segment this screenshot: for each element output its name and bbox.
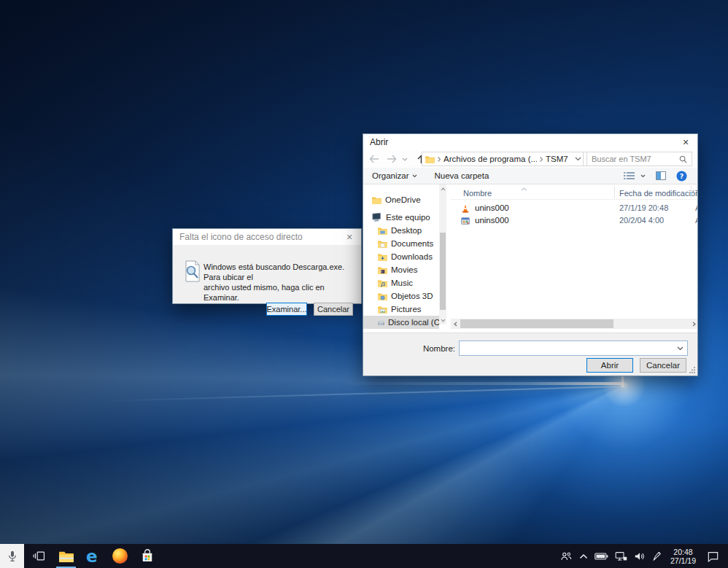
folder-icon bbox=[378, 279, 387, 287]
search-input[interactable] bbox=[587, 155, 675, 163]
dialog-content: OneDrive Este equipo Desktop Documents D… bbox=[363, 184, 697, 332]
file-row[interactable]: unins000 20/2/04 4:00 A bbox=[451, 215, 698, 227]
light-beam bbox=[44, 386, 627, 403]
file-name-input[interactable] bbox=[460, 344, 673, 353]
store-button[interactable] bbox=[133, 544, 160, 568]
scroll-up-icon[interactable] bbox=[439, 184, 446, 193]
views-icon[interactable] bbox=[624, 171, 635, 180]
file-name-label: Nombre: bbox=[407, 344, 455, 353]
sidebar-scrollbar[interactable] bbox=[439, 184, 446, 324]
scrollbar-thumb[interactable] bbox=[440, 233, 446, 310]
dialog-footer: Nombre: Abrir Cancelar bbox=[363, 332, 697, 376]
sidebar-item-onedrive[interactable]: OneDrive bbox=[372, 193, 421, 206]
scroll-right-icon[interactable] bbox=[689, 319, 698, 329]
people-icon[interactable] bbox=[559, 551, 573, 562]
vlc-cone-icon bbox=[461, 204, 470, 214]
command-toolbar: Organizar Nueva carpeta ? bbox=[363, 168, 697, 184]
sidebar-item-music[interactable]: Music bbox=[378, 276, 413, 289]
store-icon bbox=[140, 548, 155, 564]
battery-icon[interactable] bbox=[595, 552, 608, 561]
combobox-chevron-icon[interactable] bbox=[673, 346, 687, 351]
cancel-button[interactable]: Cancelar bbox=[314, 303, 353, 316]
action-center-icon[interactable] bbox=[707, 551, 719, 562]
sidebar-item-pictures[interactable]: Pictures bbox=[378, 303, 422, 316]
hidden-icons-chevron-icon[interactable] bbox=[579, 553, 588, 559]
sidebar-item-local-disk-c[interactable]: Disco local (C:) bbox=[363, 316, 439, 329]
address-dropdown-chevron-icon[interactable] bbox=[575, 157, 581, 161]
file-row[interactable]: unins000 27/1/19 20:48 A bbox=[451, 203, 698, 215]
windows-ink-pen-icon[interactable] bbox=[652, 551, 662, 561]
preview-pane-icon[interactable] bbox=[656, 171, 666, 180]
svg-text:?: ? bbox=[680, 171, 684, 179]
sidebar-item-this-pc[interactable]: Este equipo bbox=[372, 211, 430, 224]
dialog-titlebar[interactable]: Falta el icono de acceso directo ✕ bbox=[173, 229, 361, 245]
close-icon[interactable]: ✕ bbox=[674, 134, 697, 150]
file-name-combobox[interactable] bbox=[459, 341, 688, 356]
taskbar: e bbox=[0, 544, 728, 568]
svg-text:e: e bbox=[86, 548, 98, 565]
file-explorer-icon bbox=[58, 550, 74, 563]
file-explorer-button[interactable] bbox=[53, 544, 80, 568]
scrollbar-thumb[interactable] bbox=[460, 319, 613, 328]
recent-locations-chevron-icon[interactable] bbox=[398, 152, 411, 166]
breadcrumb-separator-icon bbox=[539, 157, 543, 162]
column-header-type[interactable]: T bbox=[695, 189, 698, 198]
cancel-button[interactable]: Cancelar bbox=[640, 358, 686, 373]
sidebar-item-movies[interactable]: Movies bbox=[378, 263, 417, 276]
address-bar[interactable]: Archivos de programa (... TSM7 bbox=[422, 152, 584, 166]
shortcut-missing-dialog: Falta el icono de acceso directo ✕ Windo… bbox=[172, 228, 362, 304]
dialog-titlebar[interactable]: Abrir ✕ bbox=[363, 134, 697, 150]
scroll-down-icon[interactable] bbox=[439, 316, 446, 324]
sort-ascending-icon bbox=[521, 184, 527, 192]
close-icon[interactable]: ✕ bbox=[338, 229, 361, 245]
column-header-name[interactable]: Nombre bbox=[463, 189, 492, 198]
browse-button[interactable]: Examinar... bbox=[266, 303, 307, 316]
taskbar-clock[interactable]: 20:48 27/1/19 bbox=[669, 548, 697, 565]
task-view-button[interactable] bbox=[26, 544, 53, 568]
forward-icon[interactable] bbox=[385, 152, 398, 166]
breadcrumb-segment[interactable]: TSM7 bbox=[546, 155, 568, 163]
folder-icon bbox=[372, 196, 382, 204]
resize-grip[interactable] bbox=[689, 365, 696, 376]
column-header-date[interactable]: Fecha de modificación bbox=[619, 189, 698, 198]
cortana-mic-button[interactable] bbox=[0, 544, 24, 568]
folder-icon bbox=[378, 253, 387, 261]
clock-date: 27/1/19 bbox=[670, 556, 696, 565]
organize-menu[interactable]: Organizar bbox=[368, 168, 422, 184]
sidebar-item-downloads[interactable]: Downloads bbox=[378, 250, 433, 263]
volume-icon[interactable] bbox=[634, 551, 646, 561]
list-header: Nombre Fecha de modificación T bbox=[451, 184, 698, 200]
search-box[interactable] bbox=[586, 152, 692, 166]
search-file-icon bbox=[184, 260, 201, 284]
disk-drive-icon bbox=[378, 319, 384, 327]
horizontal-scrollbar[interactable] bbox=[451, 319, 698, 329]
file-date: 20/2/04 4:00 bbox=[619, 216, 664, 225]
edge-button[interactable]: e bbox=[80, 544, 107, 568]
file-type: A bbox=[695, 203, 698, 212]
back-icon[interactable] bbox=[368, 152, 381, 166]
help-icon[interactable]: ? bbox=[676, 171, 687, 182]
sidebar-item-3d-objects[interactable]: Objetos 3D bbox=[378, 289, 433, 303]
dialog-message: Windows está buscando Descarga.exe. Para… bbox=[204, 262, 355, 303]
new-folder-button[interactable]: Nueva carpeta bbox=[430, 168, 494, 184]
sidebar-item-desktop[interactable]: Desktop bbox=[378, 224, 422, 237]
firefox-icon bbox=[112, 548, 128, 564]
firefox-button[interactable] bbox=[107, 544, 133, 568]
light-beam-bright bbox=[343, 382, 624, 385]
network-icon[interactable] bbox=[615, 551, 627, 561]
clock-time: 20:48 bbox=[670, 548, 696, 556]
breadcrumb-segment[interactable]: Archivos de programa (... bbox=[444, 155, 537, 163]
edge-icon: e bbox=[85, 548, 102, 565]
dialog-title: Abrir bbox=[363, 137, 388, 147]
file-name: unins000 bbox=[475, 216, 509, 225]
file-date: 27/1/19 20:48 bbox=[619, 203, 668, 212]
folder-icon bbox=[378, 227, 387, 235]
search-icon[interactable] bbox=[675, 155, 692, 163]
sidebar-item-documents[interactable]: Documents bbox=[378, 237, 433, 250]
open-button[interactable]: Abrir bbox=[586, 358, 633, 373]
views-dropdown-chevron-icon[interactable] bbox=[640, 174, 646, 178]
dialog-title: Falta el icono de acceso directo bbox=[173, 232, 303, 242]
microphone-icon bbox=[7, 550, 18, 563]
navigation-sidebar: OneDrive Este equipo Desktop Documents D… bbox=[363, 184, 439, 332]
scroll-left-icon[interactable] bbox=[451, 319, 460, 329]
